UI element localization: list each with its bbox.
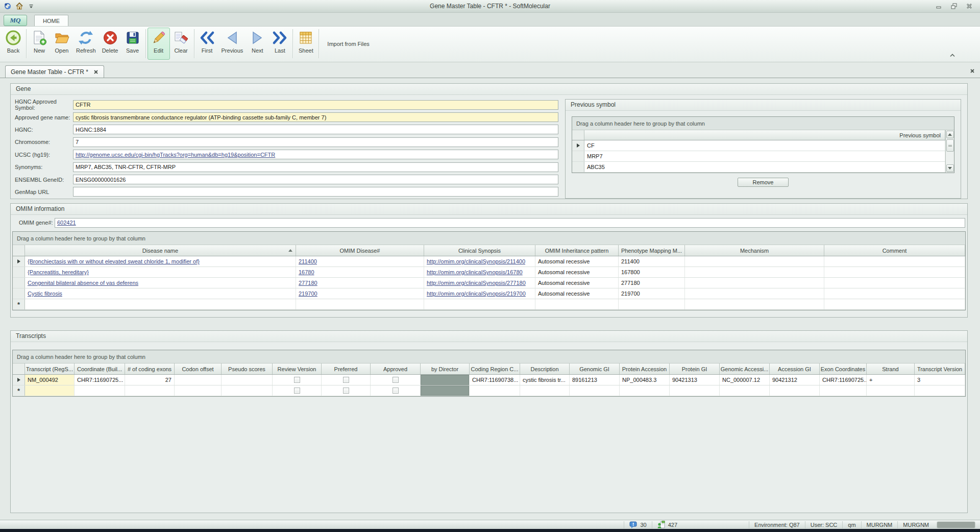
quick-access-dropdown-icon[interactable]: [27, 2, 35, 10]
cell-of-coding-exons[interactable]: [125, 385, 175, 396]
omim-gene-number-field[interactable]: 602421: [55, 218, 965, 228]
cell-clinical-synopsis[interactable]: http://omim.org/clinicalSynopsis/16780: [424, 267, 535, 277]
cell-approved[interactable]: [371, 375, 421, 385]
cell-omim-inheritance-pattern[interactable]: [535, 299, 619, 309]
column-header-transcript-version[interactable]: Transcript Version: [915, 364, 965, 374]
collapse-ribbon-icon[interactable]: [948, 52, 957, 59]
checkbox[interactable]: [393, 377, 399, 383]
previous-button[interactable]: Previous: [218, 28, 247, 60]
column-header-strand[interactable]: Strand: [867, 364, 915, 374]
cell-comment[interactable]: [824, 256, 965, 267]
table-row[interactable]: Congenital bilateral absence of vas defe…: [13, 278, 965, 288]
cell-link[interactable]: 211400: [299, 258, 317, 264]
column-header-omim-disease[interactable]: OMIM Disease#: [296, 245, 424, 256]
chromosome-field[interactable]: 7: [73, 137, 558, 147]
cell-genomic-gi[interactable]: 89161213: [570, 375, 620, 385]
sheet-button[interactable]: Sheet: [295, 28, 317, 60]
save-button[interactable]: Save: [121, 28, 144, 60]
column-header-description[interactable]: Description: [520, 364, 570, 374]
column-header-protein-gi[interactable]: Protein GI: [670, 364, 720, 374]
column-header-review-version[interactable]: Review Version: [273, 364, 322, 374]
cell-omim-inheritance-pattern[interactable]: Autosomal recessive: [535, 278, 619, 288]
close-button[interactable]: [966, 3, 973, 10]
refresh-button[interactable]: Refresh: [73, 28, 99, 60]
cell-omim-disease[interactable]: 219700: [296, 288, 424, 299]
cell-link[interactable]: 16780: [299, 269, 314, 275]
cell-previous-symbol[interactable]: ABC35: [584, 162, 945, 172]
first-button[interactable]: First: [196, 28, 218, 60]
checkbox[interactable]: [393, 388, 399, 394]
cell-review-version[interactable]: [273, 385, 322, 396]
cell-preferred[interactable]: [322, 375, 371, 385]
cell-link[interactable]: 277180: [299, 280, 317, 286]
cell-link[interactable]: Congenital bilateral absence of vas defe…: [28, 280, 138, 286]
cell-link[interactable]: 219700: [299, 291, 317, 297]
cell-phenotype-mapping-m[interactable]: 219700: [619, 288, 685, 299]
column-header-transcript-regs[interactable]: Transcript (RegS...: [25, 364, 75, 374]
cell-omim-inheritance-pattern[interactable]: Autosomal recessive: [535, 267, 619, 277]
ensembl-geneid-field[interactable]: ENSG00000001626: [73, 175, 558, 184]
cell-disease-name[interactable]: {Bronchiectasis with or without elevated…: [25, 256, 296, 267]
column-header-accession-gi[interactable]: Accession GI: [770, 364, 820, 374]
cell-codon-offset[interactable]: [175, 385, 222, 396]
next-button[interactable]: Next: [246, 28, 268, 60]
hgnc-field[interactable]: HGNC:1884: [73, 125, 558, 134]
column-header-genomic-accessi[interactable]: Genomic Accessi...: [720, 364, 770, 374]
cell-by-director[interactable]: [421, 375, 470, 385]
tab-home[interactable]: HOME: [34, 15, 68, 26]
cell-omim-inheritance-pattern[interactable]: Autosomal recessive: [535, 288, 619, 299]
cell-protein-gi[interactable]: 90421313: [670, 375, 720, 385]
group-by-panel[interactable]: Drag a column header here to group by th…: [572, 117, 954, 130]
cell-accession-gi[interactable]: 90421312: [770, 375, 820, 385]
column-header-disease-name[interactable]: Disease name: [25, 245, 296, 256]
cell-pseudo-scores[interactable]: [222, 375, 273, 385]
column-header-by-director[interactable]: by Director: [421, 364, 470, 374]
restore-button[interactable]: [950, 3, 958, 10]
table-row[interactable]: Cystic fibrosis219700http://omim.org/cli…: [13, 288, 965, 299]
column-header-coding-region-c[interactable]: Coding Region C...: [470, 364, 520, 374]
cell-link[interactable]: Cystic fibrosis: [28, 291, 62, 297]
table-row[interactable]: MRP7: [572, 151, 945, 162]
cell-comment[interactable]: [824, 267, 965, 277]
tabstrip-close-icon[interactable]: [970, 68, 975, 74]
cell-disease-name[interactable]: {Pancreatitis, hereditary}: [25, 267, 296, 277]
ucsc-hg19-field[interactable]: http://genome.ucsc.edu/cgi-bin/hgTracks?…: [73, 150, 558, 159]
cell-disease-name[interactable]: [25, 299, 296, 309]
cell-clinical-synopsis[interactable]: http://omim.org/clinicalSynopsis/219700: [424, 288, 535, 299]
group-by-panel[interactable]: Drag a column header here to group by th…: [13, 350, 965, 364]
cell-coordinate-buil[interactable]: CHR7:11690725...: [75, 375, 125, 385]
cell-phenotype-mapping-m[interactable]: 277180: [619, 278, 685, 288]
column-header-of-coding-exons[interactable]: # of coding exons: [125, 364, 175, 374]
cell-exon-coordinates[interactable]: CHR7:11690725...: [820, 375, 867, 385]
import-from-files-button[interactable]: Import from Files: [321, 28, 376, 60]
cell-link[interactable]: {Bronchiectasis with or without elevated…: [28, 258, 200, 264]
delete-button[interactable]: Delete: [99, 28, 121, 60]
tasks-icon[interactable]: [657, 521, 666, 529]
cell-previous-symbol[interactable]: MRP7: [584, 151, 945, 161]
tab-close-icon[interactable]: [93, 69, 99, 75]
cell-clinical-synopsis[interactable]: http://omim.org/clinicalSynopsis/211400: [424, 256, 535, 267]
cell-link[interactable]: http://omim.org/clinicalSynopsis/211400: [427, 258, 525, 264]
cell-protein-accession[interactable]: NP_000483.3: [620, 375, 670, 385]
cell-coding-region-c[interactable]: [470, 385, 520, 396]
cell-mechanism[interactable]: [685, 299, 824, 309]
cell-disease-name[interactable]: Congenital bilateral absence of vas defe…: [25, 278, 296, 288]
cell-genomic-gi[interactable]: [570, 385, 620, 396]
approved-gene-name-field[interactable]: cystic fibrosis transmembrane conductanc…: [73, 112, 558, 122]
app-menu-button[interactable]: MQ: [4, 15, 27, 26]
cell-transcript-version[interactable]: 3: [915, 375, 965, 385]
checkbox[interactable]: [343, 388, 349, 394]
cell-description[interactable]: cystic fibrosis tr...: [520, 375, 570, 385]
cell-comment[interactable]: [824, 278, 965, 288]
cell-mechanism[interactable]: [685, 267, 824, 277]
cell-pseudo-scores[interactable]: [222, 385, 273, 396]
cell-link[interactable]: http://omim.org/clinicalSynopsis/16780: [427, 269, 523, 275]
document-tab-gene-master-table[interactable]: Gene Master Table - CFTR *: [5, 65, 104, 78]
cell-omim-disease[interactable]: [296, 299, 424, 309]
cell-approved[interactable]: [371, 385, 421, 396]
scroll-thumb[interactable]: [946, 139, 954, 152]
app-logo-icon[interactable]: [4, 2, 12, 10]
cell-mechanism[interactable]: [685, 256, 824, 267]
cell-protein-gi[interactable]: [670, 385, 720, 396]
cell-clinical-synopsis[interactable]: [424, 299, 535, 309]
